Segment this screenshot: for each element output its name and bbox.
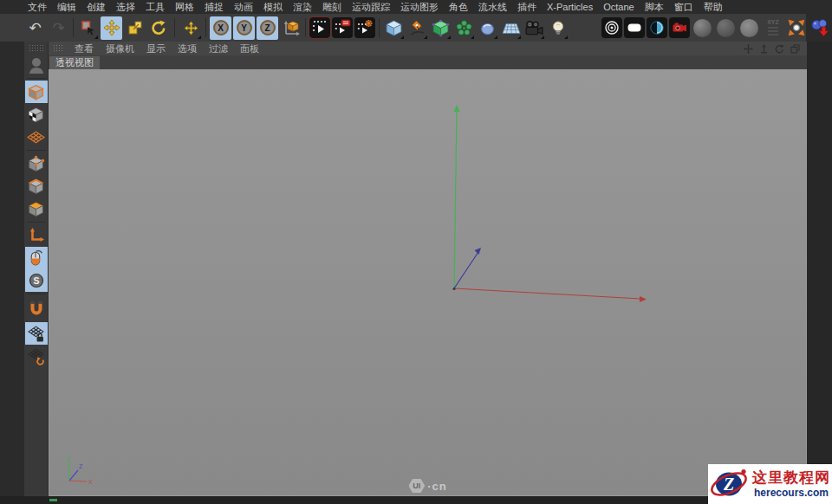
menubar-item[interactable]: 插件 <box>512 0 542 14</box>
viewport-menu-item[interactable]: 过滤 <box>203 42 234 55</box>
menubar-item[interactable]: 渲染 <box>288 0 317 14</box>
toolbar-group-history: ↶ ↷ <box>24 16 69 40</box>
scale-icon <box>127 19 144 36</box>
z-axis-icon: Z <box>260 20 276 36</box>
coordinates-button[interactable]: XYZ <box>762 16 783 40</box>
toolbar-group-right: XYZ <box>601 16 830 40</box>
menubar-item[interactable]: 工具 <box>140 0 170 14</box>
menubar-item[interactable]: Octane <box>598 0 639 14</box>
pan-view-button[interactable] <box>744 44 753 54</box>
add-cube-button[interactable] <box>383 16 405 40</box>
redo-icon: ↷ <box>52 21 64 36</box>
target-button[interactable] <box>601 17 622 38</box>
render-settings-button[interactable] <box>332 17 353 38</box>
lock-workplane-button[interactable] <box>25 322 48 345</box>
menubar-item[interactable]: 脚本 <box>640 0 669 14</box>
viewport-canvas[interactable]: Y Z X UI ·cn <box>49 69 807 496</box>
enable-quantizing-button[interactable] <box>25 296 48 322</box>
cloner-button[interactable] <box>453 16 475 40</box>
dolly-view-icon <box>759 44 769 54</box>
viewport-menu-item[interactable]: 摄像机 <box>100 42 140 55</box>
material-preview-3-button[interactable] <box>738 16 760 40</box>
menubar-item[interactable]: 雕刻 <box>317 0 347 14</box>
points-mode-button[interactable] <box>25 152 48 175</box>
render-queue-button[interactable] <box>354 17 375 38</box>
material-sphere-icon <box>717 19 735 37</box>
floor-button[interactable] <box>500 16 522 40</box>
scale-tool-button[interactable] <box>124 16 146 40</box>
menubar-item[interactable]: 文件 <box>23 0 52 14</box>
rotate-tool-button[interactable] <box>147 16 169 40</box>
texture-mode-icon <box>27 106 45 124</box>
rotate-view-button[interactable] <box>775 44 784 54</box>
lock-z-axis-button[interactable]: Z <box>257 16 278 40</box>
menubar-item[interactable]: 运动图形 <box>395 0 444 14</box>
watermark-suffix: ·cn <box>427 480 447 493</box>
undo-button[interactable]: ↶ <box>24 16 46 40</box>
camera-button[interactable] <box>523 16 545 40</box>
area-light-button[interactable] <box>624 17 645 38</box>
sky-button[interactable] <box>647 17 667 38</box>
menubar-item[interactable]: 角色 <box>444 0 473 14</box>
menubar-item[interactable]: 选择 <box>111 0 140 14</box>
menubar-item[interactable]: 流水线 <box>473 0 512 14</box>
menubar-item[interactable]: 模拟 <box>258 0 288 14</box>
enable-axis-button[interactable] <box>25 224 48 247</box>
menubar-item[interactable]: 运动跟踪 <box>347 0 395 14</box>
magnet-icon <box>28 300 45 319</box>
texture-mode-button[interactable] <box>25 103 48 126</box>
menubar-item[interactable]: 动画 <box>229 0 258 14</box>
render-view-button[interactable] <box>309 17 330 38</box>
menubar-item[interactable]: 网格 <box>170 0 199 14</box>
site-logo-icon: Z <box>709 464 751 504</box>
y-axis-icon: Y <box>237 20 252 36</box>
coordinate-system-button[interactable] <box>280 16 302 40</box>
menubar-item[interactable]: 窗口 <box>669 0 699 14</box>
physical-camera-button[interactable] <box>669 17 690 38</box>
lock-x-axis-button[interactable]: X <box>210 16 231 40</box>
content-browser-button[interactable] <box>809 16 830 40</box>
workplane-mode-icon <box>27 131 45 144</box>
material-preview-2-button[interactable] <box>715 16 737 40</box>
live-selection-button[interactable] <box>77 16 99 40</box>
redo-button[interactable]: ↷ <box>48 16 69 40</box>
workplane-button[interactable] <box>25 345 48 367</box>
viewport-solo-button[interactable] <box>25 247 48 269</box>
axis-modification-button[interactable] <box>785 16 807 40</box>
light-button[interactable] <box>547 16 569 40</box>
snap-label: S <box>33 275 39 286</box>
xyz-coordinates-icon: XYZ <box>764 18 782 37</box>
polygons-mode-button[interactable] <box>25 197 48 220</box>
viewport-menu-item[interactable]: 面板 <box>234 42 265 55</box>
palette-grip[interactable] <box>29 44 44 52</box>
material-preview-1-button[interactable] <box>692 16 713 40</box>
dolly-view-button[interactable] <box>759 44 769 54</box>
menubar-item[interactable]: X-Particles <box>542 0 598 14</box>
toggle-active-view-button[interactable] <box>790 44 800 54</box>
menubar-item[interactable]: 编辑 <box>52 0 81 14</box>
volume-button[interactable] <box>477 16 498 40</box>
viewport-grip[interactable] <box>53 44 64 53</box>
viewport-menu-item[interactable]: 查看 <box>68 42 100 55</box>
viewport-menu-item[interactable]: 选项 <box>172 42 203 55</box>
enable-snap-button[interactable]: S <box>25 269 48 292</box>
model-mode-button[interactable] <box>25 81 48 103</box>
viewport-menu-item[interactable]: 显示 <box>140 42 172 55</box>
subdivision-surface-button[interactable] <box>430 16 452 40</box>
site-logo-text: 这里教程网 herecours.com <box>752 469 830 499</box>
menubar-item[interactable]: 帮助 <box>699 0 728 14</box>
live-selection-icon <box>80 19 97 36</box>
draw-spline-button[interactable] <box>406 16 428 40</box>
lock-y-axis-button[interactable]: Y <box>233 16 255 40</box>
menubar-item[interactable]: 捕捉 <box>199 0 229 14</box>
convert-editable-button[interactable] <box>25 54 48 76</box>
light-icon <box>549 19 567 37</box>
last-used-tool-button[interactable] <box>180 16 202 40</box>
c4d-window: 文件编辑创建选择工具网格捕捉动画模拟渲染雕刻运动跟踪运动图形角色流水线插件X-P… <box>0 0 832 504</box>
edges-mode-button[interactable] <box>25 175 48 197</box>
rotate-view-icon <box>775 44 784 54</box>
workplane-mode-button[interactable] <box>25 126 48 148</box>
menubar-item[interactable]: 创建 <box>81 0 111 14</box>
move-tool-button[interactable] <box>101 16 122 40</box>
tab-perspective-view[interactable]: 透视视图 <box>49 56 100 69</box>
